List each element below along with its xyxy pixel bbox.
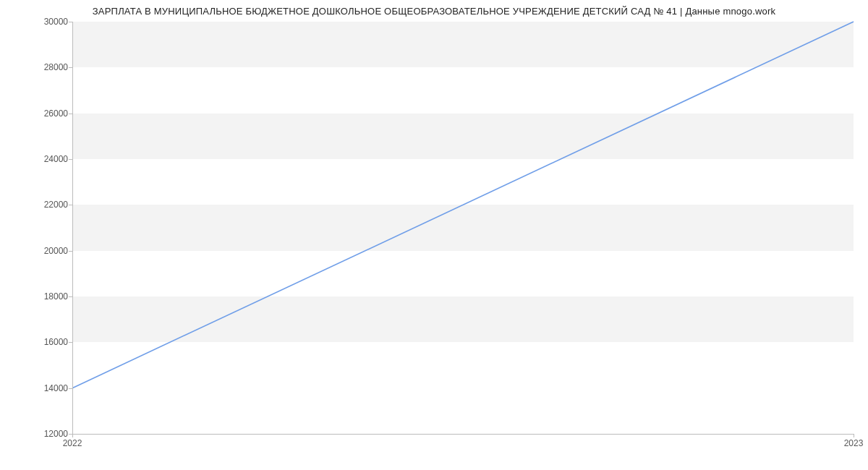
line-series (72, 22, 854, 434)
y-tick-label: 22000 (32, 200, 68, 210)
line-chart: ЗАРПЛАТА В МУНИЦИПАЛЬНОЕ БЮДЖЕТНОЕ ДОШКО… (0, 0, 868, 470)
y-tick-label: 24000 (32, 154, 68, 164)
x-tick-mark (854, 434, 854, 437)
y-tick-label: 28000 (32, 62, 68, 72)
y-tick-label: 16000 (32, 337, 68, 347)
y-axis-line (72, 22, 73, 434)
y-tick-label: 20000 (32, 246, 68, 256)
chart-title: ЗАРПЛАТА В МУНИЦИПАЛЬНОЕ БЮДЖЕТНОЕ ДОШКО… (0, 6, 868, 17)
y-tick-label: 14000 (32, 383, 68, 393)
y-tick-label: 26000 (32, 108, 68, 119)
x-axis-line (72, 434, 854, 435)
x-tick-label: 2023 (844, 438, 864, 448)
y-tick-label: 30000 (32, 17, 68, 27)
x-tick-label: 2022 (63, 438, 82, 448)
plot-area: 1200014000160001800020000220002400026000… (72, 22, 854, 434)
y-tick-label: 18000 (32, 291, 68, 302)
y-tick-label: 12000 (32, 429, 68, 439)
